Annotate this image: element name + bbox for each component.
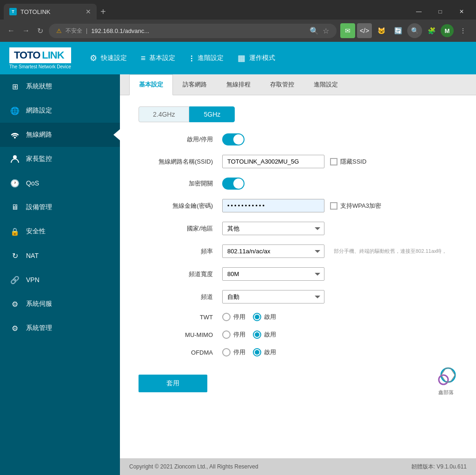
twt-disable-radio[interactable]: [222, 313, 231, 321]
rate-select-wrapper: 802.11a/n/ac/ax: [222, 244, 324, 258]
hide-ssid-wrapper: 隱藏SSID: [330, 158, 366, 166]
minimize-button[interactable]: —: [408, 4, 430, 19]
password-control: 支持WPA3加密: [222, 199, 381, 212]
system-status-icon: ⊞: [9, 81, 20, 92]
watermark-logo: [434, 366, 457, 389]
twt-control: 停用 啟用: [222, 313, 276, 321]
freq-5ghz-button[interactable]: 5GHz: [189, 106, 235, 122]
ssid-input[interactable]: [222, 155, 324, 168]
sidebar-label-system-service: 系統伺服: [26, 300, 52, 308]
translate-icon[interactable]: 🔄: [390, 23, 405, 38]
extension-icon[interactable]: 🧩: [424, 23, 439, 38]
sub-tab-basic-settings[interactable]: 基本設定: [129, 74, 173, 95]
bandwidth-label: 頻道寬度: [139, 270, 213, 278]
wpa3-checkbox[interactable]: [330, 202, 337, 210]
country-control: 其他: [222, 222, 324, 235]
twt-enable-radio[interactable]: [253, 313, 261, 321]
nav-quick-setup[interactable]: ⚙ 快速設定: [90, 53, 127, 63]
apply-button[interactable]: 套用: [139, 375, 207, 392]
rate-select[interactable]: 802.11a/n/ac/ax: [222, 244, 324, 258]
sidebar-item-security[interactable]: 🔒 安全性: [0, 219, 120, 244]
wireless-network-icon: [9, 129, 20, 140]
forward-button[interactable]: →: [20, 25, 32, 37]
operation-mode-icon: ▦: [238, 53, 245, 63]
ssid-label: 無線網路名稱(SSID): [139, 158, 213, 166]
sidebar-item-system-management[interactable]: ⚙ 系統管理: [0, 316, 120, 340]
mumimo-label: MU-MIMO: [139, 331, 213, 338]
freq-2.4ghz-button[interactable]: 2.4GHz: [139, 106, 189, 122]
sidebar-item-system-service[interactable]: ⚙ 系統伺服: [0, 292, 120, 316]
new-tab-button[interactable]: +: [97, 7, 110, 17]
sidebar-item-system-status[interactable]: ⊞ 系統狀態: [0, 74, 120, 99]
mail-icon[interactable]: ✉: [340, 23, 355, 38]
close-button[interactable]: ✕: [451, 4, 472, 19]
channel-select[interactable]: 自動: [222, 290, 324, 303]
nav-advanced-settings[interactable]: ⫶ 進階設定: [189, 53, 224, 64]
browser-chrome: T TOTOLINK ✕ + — □ ✕ ← → ↻ ⚠ 不安全 | 192.1…: [0, 0, 476, 42]
search2-icon[interactable]: 🔍: [407, 23, 422, 38]
nav-basic-settings-label: 基本設定: [149, 54, 175, 62]
mumimo-enable-label: 啟用: [264, 330, 276, 339]
hide-ssid-checkbox[interactable]: [330, 158, 337, 165]
sidebar-item-qos[interactable]: 🕐 QoS: [0, 171, 120, 195]
security-icon: 🔒: [9, 226, 20, 237]
sub-tab-access-control[interactable]: 存取管控: [260, 74, 304, 95]
sub-tab-guest-network[interactable]: 訪客網路: [173, 74, 217, 95]
sidebar-item-vpn[interactable]: 🔗 VPN: [0, 268, 120, 292]
address-input[interactable]: ⚠ 不安全 | 192.168.0.1/advanc... 🔍 ☆: [49, 24, 337, 38]
nav-advanced-settings-label: 進階設定: [198, 54, 224, 62]
bandwidth-select[interactable]: 80M: [222, 267, 324, 281]
encryption-label: 加密開關: [139, 179, 213, 188]
country-select-wrapper: 其他: [222, 222, 324, 235]
ofdma-disable-radio[interactable]: [222, 348, 231, 356]
tab-close-button[interactable]: ✕: [86, 8, 91, 15]
watermark-text: 鑫部落: [438, 389, 454, 396]
sidebar-item-parental-control[interactable]: 家長監控: [0, 147, 120, 171]
ofdma-label: OFDMA: [139, 349, 213, 356]
enable-toggle[interactable]: [222, 133, 245, 145]
sidebar-item-network-settings[interactable]: 🌐 網路設定: [0, 99, 120, 123]
sidebar-label-qos: QoS: [26, 179, 39, 187]
cat-icon[interactable]: 🐱: [374, 23, 389, 38]
code-icon[interactable]: </>: [357, 23, 372, 38]
ofdma-enable-radio[interactable]: [253, 348, 261, 356]
sub-tab-advanced-settings[interactable]: 進階設定: [304, 74, 348, 95]
mumimo-enable-radio[interactable]: [253, 330, 261, 339]
ssid-control: 隱藏SSID: [222, 155, 366, 168]
user-avatar[interactable]: M: [441, 24, 454, 37]
sub-nav: 基本設定 訪客網路 無線排程 存取管控 進階設定: [120, 74, 476, 95]
country-select[interactable]: 其他: [222, 222, 324, 235]
sidebar-item-device-management[interactable]: 🖥 設備管理: [0, 195, 120, 219]
sub-tab-wireless-schedule[interactable]: 無線排程: [217, 74, 260, 95]
sidebar-label-wireless-network: 無線網路: [26, 131, 52, 139]
ofdma-row: OFDMA 停用 啟用: [139, 348, 457, 356]
nav-operation-mode[interactable]: ▦ 運作模式: [238, 53, 275, 63]
browser-tab[interactable]: T TOTOLINK ✕: [4, 4, 97, 20]
content-wrapper: 基本設定 訪客網路 無線排程 存取管控 進階設定 2.4GHz 5GHz 啟用/…: [120, 74, 476, 475]
channel-select-wrapper: 自動: [222, 290, 324, 303]
encryption-toggle[interactable]: [222, 178, 245, 190]
nav-operation-mode-label: 運作模式: [249, 54, 275, 62]
qos-icon: 🕐: [9, 178, 20, 189]
ssid-row: 無線網路名稱(SSID) 隱藏SSID: [139, 155, 457, 168]
bookmark-icon[interactable]: ☆: [323, 26, 329, 35]
search-icon[interactable]: 🔍: [310, 26, 319, 35]
back-button[interactable]: ←: [6, 25, 17, 37]
sidebar-item-nat[interactable]: ↻ NAT: [0, 244, 120, 268]
ofdma-radio-inner: [255, 350, 259, 355]
address-url: 192.168.0.1/advanc...: [91, 27, 149, 34]
maximize-button[interactable]: □: [430, 4, 451, 19]
mumimo-disable-label: 停用: [233, 330, 245, 339]
password-input[interactable]: [222, 199, 324, 212]
twt-disable-label: 停用: [233, 313, 245, 321]
mumimo-row: MU-MIMO 停用 啟用: [139, 330, 457, 339]
svg-point-0: [13, 155, 17, 159]
menu-icon[interactable]: ⋮: [456, 23, 470, 38]
system-management-icon: ⚙: [9, 323, 20, 334]
country-row: 國家/地區 其他: [139, 222, 457, 235]
nav-basic-settings[interactable]: ≡ 基本設定: [141, 53, 176, 63]
sidebar-item-wireless-network[interactable]: 無線網路: [0, 123, 120, 147]
twt-disable-item: 停用: [222, 313, 245, 321]
mumimo-disable-radio[interactable]: [222, 330, 231, 339]
reload-button[interactable]: ↻: [35, 25, 45, 37]
